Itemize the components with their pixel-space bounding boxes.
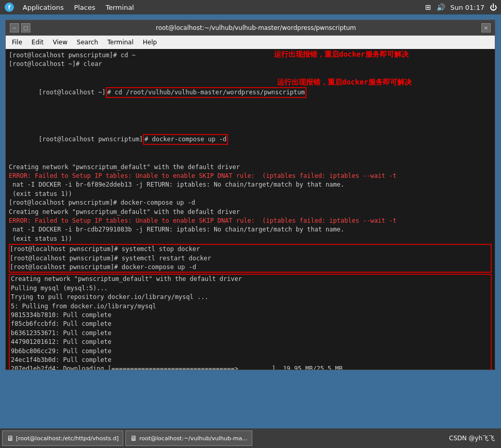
menu-search[interactable]: Search xyxy=(73,38,102,47)
term-line: 24ec1f4b3b0d: Pull complete xyxy=(11,356,490,364)
term-line: Pulling mysql (mysql:5)... xyxy=(11,284,490,293)
terminal-title: root@localhost:~/vulhub/vulhub-master/wo… xyxy=(30,24,481,31)
term-line-compose1: [root@localhost pwnscriptum]# docker-com… xyxy=(9,125,492,163)
term-line: 9815334b7810: Pull complete xyxy=(11,311,490,320)
terminal-content[interactable]: [root@localhost pwnscriptum]# cd ~ [root… xyxy=(6,49,495,370)
power-icon[interactable]: ⏻ xyxy=(490,3,497,11)
titlebar-buttons: ─ □ xyxy=(10,23,30,32)
maximize-button[interactable]: □ xyxy=(21,23,30,32)
highlight-systemctl-section: [root@localhost pwnscriptum]# systemctl … xyxy=(9,244,492,273)
taskbar-terminal-icon-2: 🖥 xyxy=(130,434,137,442)
terminal-menubar: File Edit View Search Terminal Help xyxy=(6,36,495,49)
highlight-cd-cmd: # cd /root/vulhub/vulhub-master/wordpres… xyxy=(106,87,306,98)
term-line xyxy=(9,69,492,78)
term-line: nat -I DOCKER -i br-cdb27991083b -j RETU… xyxy=(9,225,492,234)
term-line: 5: Pulling from docker.io/library/mysql xyxy=(11,302,490,311)
menu-terminal[interactable]: Terminal xyxy=(103,38,138,47)
term-line: b63612353671: Pull complete xyxy=(11,329,490,338)
network-icon: ⊞ xyxy=(425,3,431,11)
top-menubar: f Applications Places Terminal ⊞ 🔊 Sun 0… xyxy=(0,0,501,14)
svg-text:f: f xyxy=(8,5,11,10)
term-prompt-text: [root@localhost ~] xyxy=(39,89,106,96)
terminal-menu[interactable]: Terminal xyxy=(102,3,138,12)
term-line: Creating network "pwnscriptum_default" w… xyxy=(9,208,492,217)
term-line: (exit status 1)) xyxy=(9,235,492,243)
term-line-systemctl-stop: [root@localhost pwnscriptum]# systemctl … xyxy=(10,245,491,254)
minimize-button[interactable]: ─ xyxy=(10,23,19,32)
term-line-compose2: [root@localhost pwnscriptum]# docker-com… xyxy=(10,263,491,272)
close-button[interactable]: ✕ xyxy=(481,23,491,32)
menu-view[interactable]: View xyxy=(49,38,71,47)
annotation-text-2: 运行出现报错，重启docker服务即可解决 xyxy=(274,49,409,59)
highlight-compose-cmd: # docker-compose up -d xyxy=(143,134,228,145)
taskbar-terminal-icon-1: 🖥 xyxy=(7,434,14,442)
menu-edit[interactable]: Edit xyxy=(27,38,47,47)
titlebar-close-area: ✕ xyxy=(481,23,491,32)
top-bar-right: ⊞ 🔊 Sun 01:17 ⏻ xyxy=(425,3,497,11)
term-line: Creating network "pwnscriptum_default" w… xyxy=(9,163,492,172)
term-line: Creating network "pwnscriptum_default" w… xyxy=(11,275,490,284)
term-line: 447901201612: Pull complete xyxy=(11,338,490,346)
volume-icon: 🔊 xyxy=(437,3,445,11)
term-prompt2: [root@localhost pwnscriptum] xyxy=(39,136,143,143)
term-line-systemctl-restart: [root@localhost pwnscriptum]# systemctl … xyxy=(10,254,491,263)
applications-menu[interactable]: Applications xyxy=(19,3,68,12)
term-line: (exit status 1)) xyxy=(9,190,492,198)
taskbar-right-text: CSDN @yh飞飞 xyxy=(449,434,499,443)
menu-file[interactable]: File xyxy=(8,38,26,47)
highlight-pulling-section: Creating network "pwnscriptum_default" w… xyxy=(9,274,492,370)
term-line-error1: ERROR: Failed to Setup IP tables: Unable… xyxy=(9,172,492,180)
term-line: [root@localhost ~]# clear xyxy=(9,60,492,69)
taskbar: 🖥 [root@localhost:/etc/httpd/vhosts.d] 🖥… xyxy=(0,428,501,448)
annotation-text: 运行出现报错，重启docker服务即可解决 xyxy=(277,77,412,87)
terminal-titlebar: ─ □ root@localhost:~/vulhub/vulhub-maste… xyxy=(6,20,495,36)
term-line-error2: ERROR: Failed to Setup IP tables: Unable… xyxy=(9,217,492,225)
menu-help[interactable]: Help xyxy=(139,38,161,47)
term-line-cd: [root@localhost ~]# cd /root/vulhub/vulh… xyxy=(9,78,492,125)
taskbar-item-1-label: [root@localhost:/etc/httpd/vhosts.d] xyxy=(16,435,119,442)
term-line: [root@localhost pwnscriptum]# docker-com… xyxy=(9,198,492,207)
term-line: [root@localhost pwnscriptum]# cd ~ xyxy=(9,51,492,60)
taskbar-item-2-label: root@localhost:~/vulhub/vulhub-ma... xyxy=(139,435,248,442)
top-bar-left: f Applications Places Terminal xyxy=(4,2,138,12)
places-menu[interactable]: Places xyxy=(70,3,99,12)
desktop: 📁 ─ □ root@localhost:~/vulhub/vulhub-mas… xyxy=(0,14,501,428)
term-line: nat -I DOCKER -i br-6f89e2ddeb13 -j RETU… xyxy=(9,180,492,189)
term-line: Trying to pull repository docker.io/libr… xyxy=(11,293,490,302)
taskbar-item-1[interactable]: 🖥 [root@localhost:/etc/httpd/vhosts.d] xyxy=(2,430,123,446)
term-line: 207ed1eb2fd4: Downloading [=============… xyxy=(11,364,490,370)
term-line: 9b6bc806cc29: Pull complete xyxy=(11,347,490,356)
os-logo: f xyxy=(4,2,14,12)
terminal-window: ─ □ root@localhost:~/vulhub/vulhub-maste… xyxy=(5,20,495,370)
term-line: f85cb6fccbfd: Pull complete xyxy=(11,320,490,328)
clock-display: Sun 01:17 xyxy=(450,4,484,11)
taskbar-item-2[interactable]: 🖥 root@localhost:~/vulhub/vulhub-ma... xyxy=(125,430,252,446)
